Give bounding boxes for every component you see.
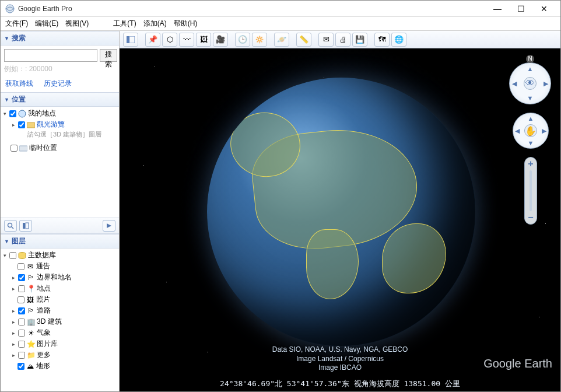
expander-icon[interactable]: ▾ bbox=[2, 253, 8, 258]
layers-panel-header[interactable]: 图层 bbox=[1, 234, 119, 249]
photo-icon: 🖼 bbox=[26, 296, 34, 304]
expander-icon[interactable]: ▾ bbox=[2, 111, 8, 117]
menu-add[interactable]: 添加(A) bbox=[143, 19, 167, 29]
earth-globe[interactable] bbox=[207, 78, 475, 346]
menu-file[interactable]: 文件(F) bbox=[5, 19, 28, 29]
layer-item[interactable]: ▸☀气象 bbox=[2, 327, 118, 338]
menu-help[interactable]: 帮助(H) bbox=[174, 19, 198, 29]
expander-icon[interactable]: ▸ bbox=[10, 122, 16, 128]
sidebar-toggle-button[interactable] bbox=[123, 33, 138, 47]
view-in-maps-button[interactable]: 🗺 bbox=[374, 33, 390, 47]
temp-checkbox[interactable] bbox=[10, 145, 17, 152]
search-button[interactable]: 搜索 bbox=[100, 49, 117, 62]
layer-item[interactable]: ▸📁更多 bbox=[2, 349, 118, 360]
path-button[interactable]: 〰 bbox=[179, 33, 194, 47]
eye-icon[interactable]: 👁 bbox=[524, 77, 537, 90]
history-link[interactable]: 历史记录 bbox=[44, 79, 72, 89]
folder-icon bbox=[19, 144, 27, 152]
pan-left-icon[interactable]: ◀ bbox=[515, 127, 520, 135]
history-imagery-button[interactable]: 🕒 bbox=[235, 33, 250, 47]
places-toolbar bbox=[1, 218, 119, 234]
primary-db-checkbox[interactable] bbox=[9, 252, 16, 259]
split-view-button[interactable] bbox=[19, 220, 32, 232]
pan-up-icon[interactable]: ▲ bbox=[528, 115, 534, 122]
maximize-button[interactable]: ☐ bbox=[509, 2, 532, 16]
map-area: 📌 ⬡ 〰 🖼 🎥 🕒 🔅 🪐 📏 ✉ 🖨 💾 🗺 🌐 bbox=[120, 31, 560, 391]
save-image-button[interactable]: 💾 bbox=[352, 33, 367, 47]
placemark-button[interactable]: 📌 bbox=[145, 33, 160, 47]
look-compass[interactable]: ▲ ▼ ◀ ▶ 👁 bbox=[509, 62, 551, 104]
layers-panel: ▾ 主数据库 ✉通告 ▸🏳边界和地名 ▸📍地点 🖼照片 ▸🏳道路 ▸🏢3D 建筑… bbox=[1, 249, 119, 391]
search-hint: 例如：: 200000 bbox=[4, 64, 115, 74]
weather-icon: ☀ bbox=[27, 329, 35, 337]
look-up-icon[interactable]: ▲ bbox=[527, 65, 534, 72]
zoom-slider[interactable]: + − bbox=[524, 157, 537, 225]
sunlight-button[interactable]: 🔅 bbox=[252, 33, 267, 47]
star-icon: ⭐ bbox=[27, 340, 35, 348]
sightseeing-checkbox[interactable] bbox=[18, 121, 25, 128]
svg-rect-3 bbox=[19, 146, 27, 151]
layer-item[interactable]: ▸📍地点 bbox=[2, 283, 118, 294]
email-button[interactable]: ✉ bbox=[318, 33, 334, 47]
my-places-checkbox[interactable] bbox=[9, 110, 16, 117]
menu-tools[interactable]: 工具(T) bbox=[113, 19, 136, 29]
flag-icon: 🏳 bbox=[27, 274, 35, 282]
record-tour-button[interactable]: 🎥 bbox=[213, 33, 228, 47]
look-left-icon[interactable]: ◀ bbox=[512, 80, 517, 88]
menu-view[interactable]: 视图(V) bbox=[65, 19, 89, 29]
svg-rect-10 bbox=[127, 36, 129, 43]
search-places-button[interactable] bbox=[4, 220, 17, 232]
search-input[interactable] bbox=[4, 49, 97, 62]
search-panel-header[interactable]: 搜索 bbox=[1, 31, 119, 46]
mail-icon: ✉ bbox=[26, 262, 34, 271]
viewport[interactable]: ▲ ▼ ◀ ▶ 👁 ▲ ▼ ◀ ▶ ✋ + − Data SIO, NOAA, … bbox=[120, 48, 560, 391]
zoom-out-button[interactable]: − bbox=[525, 212, 536, 223]
folder-icon bbox=[27, 121, 35, 129]
svg-rect-7 bbox=[26, 223, 29, 229]
places-sightseeing[interactable]: ▸ 觀光游覽 bbox=[2, 119, 118, 130]
minimize-button[interactable]: — bbox=[486, 2, 509, 16]
layer-item[interactable]: ▸🏢3D 建筑 bbox=[2, 316, 118, 327]
polygon-button[interactable]: ⬡ bbox=[162, 33, 177, 47]
layer-item[interactable]: ▸🏳道路 bbox=[2, 305, 118, 316]
look-down-icon[interactable]: ▼ bbox=[527, 94, 534, 102]
menu-edit[interactable]: 编辑(E) bbox=[35, 19, 58, 29]
layers-tree: ▾ 主数据库 ✉通告 ▸🏳边界和地名 ▸📍地点 🖼照片 ▸🏳道路 ▸🏢3D 建筑… bbox=[1, 249, 119, 391]
app-icon bbox=[5, 4, 15, 13]
places-panel-header[interactable]: 位置 bbox=[1, 92, 119, 107]
layer-item[interactable]: ⛰地形 bbox=[2, 360, 118, 372]
play-tour-button[interactable] bbox=[103, 220, 115, 232]
hand-icon[interactable]: ✋ bbox=[524, 124, 537, 137]
ruler-button[interactable]: 📏 bbox=[296, 33, 311, 47]
look-right-icon[interactable]: ▶ bbox=[544, 80, 548, 88]
svg-marker-8 bbox=[107, 223, 111, 228]
pan-down-icon[interactable]: ▼ bbox=[528, 139, 534, 146]
close-button[interactable]: ✕ bbox=[532, 2, 556, 16]
layer-item[interactable]: 🖼照片 bbox=[2, 294, 118, 305]
database-icon bbox=[18, 251, 26, 260]
titlebar: Google Earth Pro — ☐ ✕ bbox=[1, 1, 560, 17]
planet-button[interactable]: 🪐 bbox=[274, 33, 289, 47]
earth-view-button[interactable]: 🌐 bbox=[391, 33, 406, 47]
zoom-track[interactable] bbox=[530, 170, 532, 211]
layer-item[interactable]: ▸⭐图片库 bbox=[2, 338, 118, 349]
svg-line-5 bbox=[12, 227, 13, 229]
layer-item[interactable]: ✉通告 bbox=[2, 261, 118, 272]
svg-point-4 bbox=[8, 223, 12, 228]
places-temp[interactable]: 临时位置 bbox=[2, 142, 118, 153]
svg-rect-11 bbox=[129, 36, 135, 43]
zoom-in-button[interactable]: + bbox=[525, 159, 536, 169]
pan-control[interactable]: ▲ ▼ ◀ ▶ ✋ bbox=[513, 113, 549, 149]
print-button[interactable]: 🖨 bbox=[335, 33, 350, 47]
pan-right-icon[interactable]: ▶ bbox=[542, 127, 546, 135]
google-earth-watermark: Google Earth bbox=[483, 357, 552, 370]
sidebar: 搜索 搜索 例如：: 200000 获取路线 历史记录 位置 ▾ 我的地点 ▸ bbox=[1, 31, 120, 391]
places-my-places[interactable]: ▾ 我的地点 bbox=[2, 108, 118, 119]
window-title: Google Earth Pro bbox=[18, 5, 486, 13]
flag-icon: 🏳 bbox=[27, 307, 35, 315]
get-directions-link[interactable]: 获取路线 bbox=[5, 79, 33, 89]
layer-primary-db[interactable]: ▾ 主数据库 bbox=[2, 250, 118, 261]
layer-item[interactable]: ▸🏳边界和地名 bbox=[2, 272, 118, 283]
image-overlay-button[interactable]: 🖼 bbox=[196, 33, 211, 47]
svg-point-1 bbox=[19, 110, 26, 117]
